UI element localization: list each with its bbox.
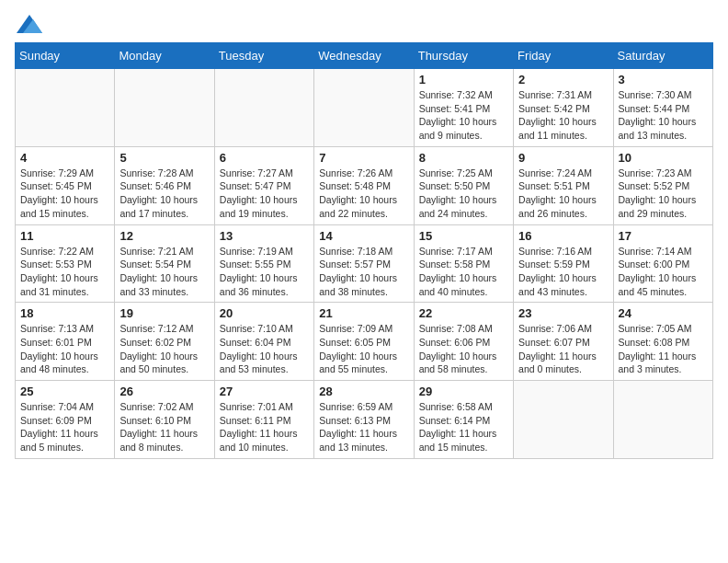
calendar-cell: 6Sunrise: 7:27 AMSunset: 5:47 PMDaylight… [214,146,313,224]
day-info: Sunrise: 7:16 AMSunset: 5:59 PMDaylight:… [518,245,608,299]
calendar-cell: 15Sunrise: 7:17 AMSunset: 5:58 PMDayligh… [414,224,513,303]
day-number: 3 [619,73,708,86]
day-number: 17 [619,229,708,243]
day-number: 27 [220,385,309,398]
day-number: 26 [119,385,209,398]
day-number: 16 [518,229,608,243]
calendar-cell: 5Sunrise: 7:28 AMSunset: 5:46 PMDaylight… [115,146,214,224]
calendar-cell: 22Sunrise: 7:08 AMSunset: 6:06 PMDayligh… [414,303,513,381]
day-info: Sunrise: 7:22 AMSunset: 5:53 PMDaylight:… [20,245,109,299]
day-info: Sunrise: 7:10 AMSunset: 6:04 PMDaylight:… [220,322,309,376]
weekday-header-row: SundayMondayTuesdayWednesdayThursdayFrid… [16,43,713,69]
calendar-cell [514,381,613,459]
day-number: 6 [220,151,309,165]
calendar-cell: 27Sunrise: 7:01 AMSunset: 6:11 PMDayligh… [214,381,313,459]
day-info: Sunrise: 7:02 AMSunset: 6:10 PMDaylight:… [119,400,209,454]
day-number: 24 [619,306,708,320]
day-info: Sunrise: 7:17 AMSunset: 5:58 PMDaylight:… [419,245,508,299]
calendar-cell: 9Sunrise: 7:24 AMSunset: 5:51 PMDaylight… [514,146,613,224]
day-number: 14 [319,229,408,243]
day-number: 21 [319,306,408,320]
calendar-cell: 13Sunrise: 7:19 AMSunset: 5:55 PMDayligh… [214,224,313,303]
day-info: Sunrise: 7:30 AMSunset: 5:44 PMDaylight:… [619,88,708,143]
logo [15,15,42,33]
weekday-header-thursday: Thursday [414,43,513,69]
day-info: Sunrise: 7:24 AMSunset: 5:51 PMDaylight:… [518,167,608,221]
weekday-header-monday: Monday [115,43,214,69]
day-info: Sunrise: 7:19 AMSunset: 5:55 PMDaylight:… [220,245,309,299]
day-number: 5 [119,151,209,165]
calendar-table: SundayMondayTuesdayWednesdayThursdayFrid… [15,42,713,459]
day-info: Sunrise: 7:14 AMSunset: 6:00 PMDaylight:… [619,245,708,299]
day-number: 25 [20,385,109,398]
day-number: 23 [518,306,608,320]
day-number: 18 [20,306,109,320]
day-info: Sunrise: 7:12 AMSunset: 6:02 PMDaylight:… [119,322,209,376]
day-info: Sunrise: 7:21 AMSunset: 5:54 PMDaylight:… [119,245,209,299]
calendar-cell: 4Sunrise: 7:29 AMSunset: 5:45 PMDaylight… [16,146,115,224]
calendar-cell: 12Sunrise: 7:21 AMSunset: 5:54 PMDayligh… [115,224,214,303]
day-info: Sunrise: 7:27 AMSunset: 5:47 PMDaylight:… [220,167,309,221]
page-header [15,15,713,33]
calendar-cell: 26Sunrise: 7:02 AMSunset: 6:10 PMDayligh… [115,381,214,459]
day-info: Sunrise: 7:18 AMSunset: 5:57 PMDaylight:… [319,245,408,299]
calendar-cell: 3Sunrise: 7:30 AMSunset: 5:44 PMDaylight… [613,69,712,147]
calendar-cell [16,69,115,147]
day-info: Sunrise: 7:13 AMSunset: 6:01 PMDaylight:… [20,322,109,376]
day-info: Sunrise: 7:29 AMSunset: 5:45 PMDaylight:… [20,167,109,221]
day-number: 12 [119,229,209,243]
calendar-cell: 21Sunrise: 7:09 AMSunset: 6:05 PMDayligh… [314,303,414,381]
calendar-cell [214,69,313,147]
day-info: Sunrise: 6:59 AMSunset: 6:13 PMDaylight:… [319,400,408,454]
day-info: Sunrise: 7:28 AMSunset: 5:46 PMDaylight:… [119,167,209,221]
week-row-3: 11Sunrise: 7:22 AMSunset: 5:53 PMDayligh… [16,224,713,303]
calendar-cell: 19Sunrise: 7:12 AMSunset: 6:02 PMDayligh… [115,303,214,381]
day-number: 4 [20,151,109,165]
day-number: 2 [518,73,608,86]
day-info: Sunrise: 7:04 AMSunset: 6:09 PMDaylight:… [20,400,109,454]
day-number: 13 [220,229,309,243]
calendar-cell: 20Sunrise: 7:10 AMSunset: 6:04 PMDayligh… [214,303,313,381]
day-info: Sunrise: 7:31 AMSunset: 5:42 PMDaylight:… [518,88,608,143]
calendar-cell: 1Sunrise: 7:32 AMSunset: 5:41 PMDaylight… [414,69,513,147]
calendar-cell: 25Sunrise: 7:04 AMSunset: 6:09 PMDayligh… [16,381,115,459]
day-info: Sunrise: 7:25 AMSunset: 5:50 PMDaylight:… [419,167,508,221]
calendar-cell: 24Sunrise: 7:05 AMSunset: 6:08 PMDayligh… [613,303,712,381]
calendar-cell [314,69,414,147]
day-number: 19 [119,306,209,320]
day-number: 10 [619,151,708,165]
day-number: 20 [220,306,309,320]
calendar-cell: 11Sunrise: 7:22 AMSunset: 5:53 PMDayligh… [16,224,115,303]
day-number: 11 [20,229,109,243]
day-number: 29 [419,385,508,398]
day-info: Sunrise: 7:05 AMSunset: 6:08 PMDaylight:… [619,322,708,376]
calendar-cell: 16Sunrise: 7:16 AMSunset: 5:59 PMDayligh… [514,224,613,303]
day-info: Sunrise: 7:08 AMSunset: 6:06 PMDaylight:… [419,322,508,376]
calendar-cell: 28Sunrise: 6:59 AMSunset: 6:13 PMDayligh… [314,381,414,459]
week-row-2: 4Sunrise: 7:29 AMSunset: 5:45 PMDaylight… [16,146,713,224]
calendar-cell: 29Sunrise: 6:58 AMSunset: 6:14 PMDayligh… [414,381,513,459]
logo-icon [17,15,42,33]
day-number: 22 [419,306,508,320]
day-info: Sunrise: 7:23 AMSunset: 5:52 PMDaylight:… [619,167,708,221]
calendar-cell: 2Sunrise: 7:31 AMSunset: 5:42 PMDaylight… [514,69,613,147]
week-row-1: 1Sunrise: 7:32 AMSunset: 5:41 PMDaylight… [16,69,713,147]
week-row-4: 18Sunrise: 7:13 AMSunset: 6:01 PMDayligh… [16,303,713,381]
calendar-cell: 18Sunrise: 7:13 AMSunset: 6:01 PMDayligh… [16,303,115,381]
calendar-cell: 7Sunrise: 7:26 AMSunset: 5:48 PMDaylight… [314,146,414,224]
weekday-header-saturday: Saturday [613,43,712,69]
week-row-5: 25Sunrise: 7:04 AMSunset: 6:09 PMDayligh… [16,381,713,459]
calendar-cell [613,381,712,459]
day-info: Sunrise: 7:01 AMSunset: 6:11 PMDaylight:… [220,400,309,454]
day-number: 7 [319,151,408,165]
day-info: Sunrise: 7:32 AMSunset: 5:41 PMDaylight:… [419,88,508,143]
calendar-cell: 10Sunrise: 7:23 AMSunset: 5:52 PMDayligh… [613,146,712,224]
day-info: Sunrise: 7:06 AMSunset: 6:07 PMDaylight:… [518,322,608,376]
day-number: 1 [419,73,508,86]
calendar-cell: 23Sunrise: 7:06 AMSunset: 6:07 PMDayligh… [514,303,613,381]
weekday-header-friday: Friday [514,43,613,69]
weekday-header-sunday: Sunday [16,43,115,69]
calendar-cell: 17Sunrise: 7:14 AMSunset: 6:00 PMDayligh… [613,224,712,303]
calendar-cell: 14Sunrise: 7:18 AMSunset: 5:57 PMDayligh… [314,224,414,303]
day-info: Sunrise: 6:58 AMSunset: 6:14 PMDaylight:… [419,400,508,454]
